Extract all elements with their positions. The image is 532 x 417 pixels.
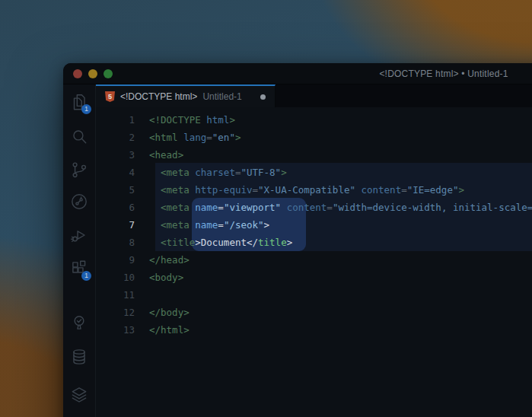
tab-title: <!DOCTYPE html> xyxy=(120,91,197,102)
activity-bar: 11 xyxy=(63,84,96,417)
line-number: 4 xyxy=(96,164,135,181)
line-number: 2 xyxy=(96,129,135,146)
html5-icon: 5 xyxy=(105,91,115,102)
code-line[interactable]: <meta http-equiv="X-UA-Compatible" conte… xyxy=(149,181,532,199)
line-number: 8 xyxy=(96,234,135,251)
code-line[interactable]: <meta charset="UTF-8"> xyxy=(149,164,532,181)
sidebar-item-run-and-debug[interactable] xyxy=(63,222,95,248)
code-editor[interactable]: 12345678910111213 <!DOCTYPE html><html l… xyxy=(96,107,532,417)
code-line[interactable]: <!DOCTYPE html> xyxy=(149,111,532,129)
line-number: 3 xyxy=(96,146,135,164)
activity-badge: 1 xyxy=(81,104,91,114)
sidebar-item-explorer[interactable]: 1 xyxy=(63,89,95,115)
gitlens-icon xyxy=(69,192,89,212)
tab-bar[interactable]: 5 <!DOCTYPE html> Untitled-1 xyxy=(96,84,532,107)
todo-tree-icon xyxy=(69,313,89,333)
line-number: 1 xyxy=(96,111,135,129)
line-number: 13 xyxy=(96,321,135,339)
sidebar-item-search[interactable] xyxy=(63,123,95,149)
sidebar-item-todo-tree[interactable] xyxy=(63,310,95,336)
titlebar[interactable]: <!DOCTYPE html> • Untitled-1 xyxy=(63,63,532,84)
code-line[interactable]: </html> xyxy=(149,321,532,339)
line-number: 9 xyxy=(96,251,135,269)
code-line[interactable]: <meta name="viewport" content="width=dev… xyxy=(149,199,532,216)
tab-untitled-1[interactable]: 5 <!DOCTYPE html> Untitled-1 xyxy=(96,84,276,107)
sidebar-item-extensions[interactable]: 1 xyxy=(63,256,95,282)
source-control-icon xyxy=(69,160,89,180)
code-line[interactable]: <body> xyxy=(149,269,532,286)
line-number: 6 xyxy=(96,199,135,216)
line-number: 7 xyxy=(96,216,135,234)
layers-icon xyxy=(69,385,89,405)
activity-badge: 1 xyxy=(81,271,91,281)
line-number: 5 xyxy=(96,181,135,199)
modified-dot-icon[interactable] xyxy=(260,94,266,100)
code-line[interactable]: <meta name="/seok"> xyxy=(149,216,532,234)
window-title: <!DOCTYPE html> • Untitled-1 xyxy=(63,68,532,79)
line-number: 11 xyxy=(96,286,135,304)
line-number: 12 xyxy=(96,304,135,321)
sidebar-item-source-control[interactable] xyxy=(63,157,95,183)
tab-subtitle: Untitled-1 xyxy=(202,91,241,102)
vscode-window: <!DOCTYPE html> • Untitled-1 11 5 <!DOCT… xyxy=(63,63,532,417)
sidebar-item-layers[interactable] xyxy=(63,382,95,408)
code-line[interactable]: <html lang="en"> xyxy=(149,129,532,146)
database-icon xyxy=(69,347,89,367)
line-number: 10 xyxy=(96,269,135,286)
search-icon xyxy=(69,126,89,146)
run-and-debug-icon xyxy=(69,225,89,245)
sidebar-item-gitlens[interactable] xyxy=(63,189,95,215)
code-line[interactable]: </head> xyxy=(149,251,532,269)
editor-area: 5 <!DOCTYPE html> Untitled-1 12345678910… xyxy=(96,84,532,417)
sidebar-item-database[interactable] xyxy=(63,344,95,370)
code-line[interactable]: <head> xyxy=(149,146,532,164)
code-line[interactable] xyxy=(149,286,532,304)
code-line[interactable]: </body> xyxy=(149,304,532,321)
window-main: 11 5 <!DOCTYPE html> Untitled-1 12345678… xyxy=(63,84,532,417)
code-line[interactable]: <title>Document</title> xyxy=(149,234,532,251)
